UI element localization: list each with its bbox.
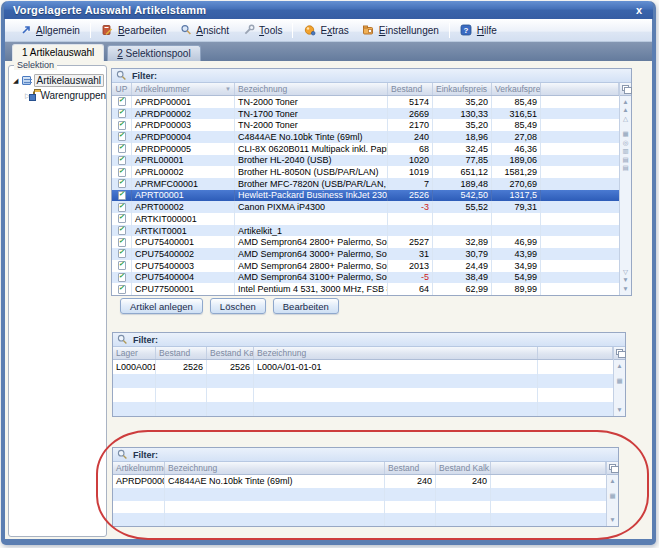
column-header-bestand-kalk[interactable]: Bestand Kalk.	[436, 462, 491, 474]
table-row[interactable]: APRDP00003TN-2000 Toner217035,2085,49	[112, 119, 619, 131]
cell-einkaufspreis: 24,49	[433, 260, 492, 272]
filter-row-icon[interactable]: ▥	[622, 147, 628, 155]
table-row[interactable]: L000A00125262526L000A/01-01-01	[113, 360, 613, 374]
cell-bezeichnung: Brother HL-8050N (USB/PAR/LAN)	[235, 166, 388, 178]
table-row-empty[interactable]	[113, 488, 606, 501]
cell-artikelnummer: APRDP00002	[132, 108, 235, 120]
loeschen-button[interactable]: Löschen	[210, 298, 266, 314]
column-chooser-button[interactable]	[614, 347, 625, 360]
cell-artikelnummer: APRMFC00001	[132, 178, 235, 190]
lager-filter-bar[interactable]: Filter:	[113, 333, 625, 347]
cell-lager: L000A001	[113, 360, 156, 374]
tree-item-artikelauswahl[interactable]: ◢ Artikelauswahl	[13, 73, 104, 88]
table-row[interactable]: CPU75400002AMD Sempron64 3000+ Palermo, …	[112, 248, 619, 260]
column-header-verkaufspreis[interactable]: Verkaufspreis	[492, 83, 541, 95]
table-row-empty[interactable]	[113, 501, 606, 514]
table-row[interactable]: ARTKIT0001Artikelkit_1	[112, 225, 619, 237]
column-header-einkaufspreis[interactable]: Einkaufspreis	[433, 83, 492, 95]
column-chooser-button[interactable]	[620, 83, 631, 96]
table-row[interactable]: APRMFC00001Brother MFC-7820N (USB/PAR/LA…	[112, 178, 619, 190]
column-header-bestand[interactable]: Bestand	[156, 347, 207, 359]
table-row[interactable]: CPU75400004AMD Sempron64 3100+ Palermo, …	[112, 272, 619, 284]
layout-panel2-icon[interactable]: ▤	[622, 164, 628, 172]
column-header-bestand[interactable]: Bestand	[385, 462, 436, 474]
scroll-first-icon[interactable]: ▲	[622, 98, 628, 106]
table-row[interactable]: APRL00001Brother HL-2040 (USB)102077,851…	[112, 155, 619, 167]
scroll-down-icon[interactable]: ▼	[609, 516, 615, 524]
scroll-prev-page-icon[interactable]: ▲	[622, 106, 628, 114]
scroll-prev-icon[interactable]: △	[623, 115, 628, 123]
menu-bearbeiten[interactable]: Bearbeiten	[95, 22, 172, 39]
column-header-artikelnummer[interactable]: Artikelnummer ▼	[132, 83, 235, 95]
column-header-bezeichnung[interactable]: Bezeichnung	[254, 347, 538, 359]
table-row-empty[interactable]	[113, 513, 606, 526]
column-header-bezeichnung[interactable]: Bezeichnung	[235, 83, 388, 95]
menu-tools[interactable]: Tools	[236, 22, 288, 39]
detail-filter-bar[interactable]: Filter:	[113, 448, 618, 462]
menu-hilfe[interactable]: ? Hilfe	[454, 22, 503, 39]
menu-separator	[449, 23, 450, 38]
column-header-bestand-kalk[interactable]: Bestand Kalk.	[207, 347, 254, 359]
article-filter-bar[interactable]: Filter:	[112, 69, 631, 83]
tree-node-label[interactable]: Artikelauswahl	[34, 74, 104, 87]
column-header-lager[interactable]: Lager	[113, 347, 156, 359]
tab-artikelauswahl[interactable]: 1 Artikelauswahl	[12, 44, 104, 61]
table-row[interactable]: CPU77500001Intel Pentium 4 531, 3000 MHz…	[112, 283, 619, 295]
table-row-empty[interactable]	[113, 374, 613, 388]
artikel-anlegen-button[interactable]: Artikel anlegen	[120, 298, 203, 314]
scroll-next-page-icon[interactable]: ▼	[622, 276, 628, 284]
column-header-bezeichnung[interactable]: Bezeichnung	[165, 462, 385, 474]
cell-bezeichnung	[165, 488, 385, 501]
column-chooser-button[interactable]	[607, 462, 618, 475]
cell-artikelnummer: APRL00001	[132, 155, 235, 167]
column-header-bestand[interactable]: Bestand	[388, 83, 433, 95]
tree-node-label[interactable]: Warengruppen	[38, 90, 108, 101]
menu-extras[interactable]: Extras	[297, 22, 354, 39]
cell-bestand: -5	[388, 272, 433, 284]
scroll-down-icon[interactable]: ▼	[616, 406, 622, 414]
cell-filler	[491, 488, 606, 501]
cell-bestand	[388, 225, 433, 237]
close-icon[interactable]: x	[634, 4, 644, 16]
table-row[interactable]: CPU75400001AMD Sempron64 2800+ Palermo, …	[112, 236, 619, 248]
content-area: Selektion ◢ Artikelauswahl ▷ Warengruppe…	[5, 61, 652, 539]
tab-strip: 1 Artikelauswahl 2 Selektionspool	[5, 42, 652, 61]
menu-ansicht[interactable]: Ansicht	[173, 22, 235, 39]
grid-view-icon[interactable]: ▦	[622, 130, 628, 138]
grid-view-icon[interactable]: ▦	[609, 492, 615, 500]
table-row[interactable]: APRDP00004C4844AE No.10bk Tinte (69ml)24…	[112, 131, 619, 143]
table-row-empty[interactable]	[113, 388, 613, 402]
edit-book-icon	[101, 24, 114, 37]
scroll-up-icon[interactable]: ▲	[616, 362, 622, 370]
scroll-last-icon[interactable]: ▼	[622, 285, 628, 293]
scroll-up-icon[interactable]: ▲	[609, 477, 615, 485]
search-row-icon[interactable]: ◎	[623, 139, 629, 147]
table-row[interactable]: APRT00002Canon PIXMA iP4300-355,5279,31	[112, 201, 619, 213]
table-row[interactable]: APRT00001Hewlett-Packard Business InkJet…	[112, 190, 619, 202]
menu-einstellungen[interactable]: Einstellungen	[356, 22, 445, 39]
bearbeiten-button[interactable]: Bearbeiten	[273, 298, 339, 314]
table-row-empty[interactable]	[113, 402, 613, 416]
layout-panel-icon[interactable]: ▤	[622, 156, 628, 164]
cell-bestand: 7	[388, 178, 433, 190]
table-row[interactable]: ARTKIT000001	[112, 213, 619, 225]
column-header-artikelnummer[interactable]: Artikelnummer	[113, 462, 165, 474]
cell-einkaufspreis: 55,52	[433, 201, 492, 213]
title-bar[interactable]: Vorgelagerte Auswahl Artikelstamm x	[4, 1, 653, 19]
table-row[interactable]: APRDP00005CLI-8X 0620B011 Multipack inkl…	[112, 143, 619, 155]
cell-bestand	[156, 402, 207, 416]
table-row[interactable]: APRL00002Brother HL-8050N (USB/PAR/LAN)1…	[112, 166, 619, 178]
table-row[interactable]: APRDP00004C4844AE No.10bk Tinte (69ml)24…	[113, 475, 606, 488]
table-row[interactable]: CPU75400003AMD Sempron64 2800+ Palermo, …	[112, 260, 619, 272]
cell-lager	[113, 402, 156, 416]
table-row[interactable]: APRDP00002TN-1700 Toner2669130,33316,51	[112, 108, 619, 120]
cell-verkaufspreis: 316,51	[492, 108, 541, 120]
scroll-next-icon[interactable]: ▽	[623, 268, 628, 276]
grid-view-icon[interactable]: ▦	[616, 377, 622, 385]
tree-expander-expanded-icon[interactable]: ◢	[13, 77, 19, 85]
menu-allgemein[interactable]: Allgemein	[13, 22, 86, 39]
table-row[interactable]: APRDP00001TN-2000 Toner517435,2085,49	[112, 96, 619, 108]
column-header-up[interactable]: UP	[112, 83, 132, 95]
tree-item-warengruppen[interactable]: ▷ Warengruppen	[13, 88, 104, 103]
tab-selektionspool[interactable]: 2 Selektionspool	[107, 45, 200, 61]
